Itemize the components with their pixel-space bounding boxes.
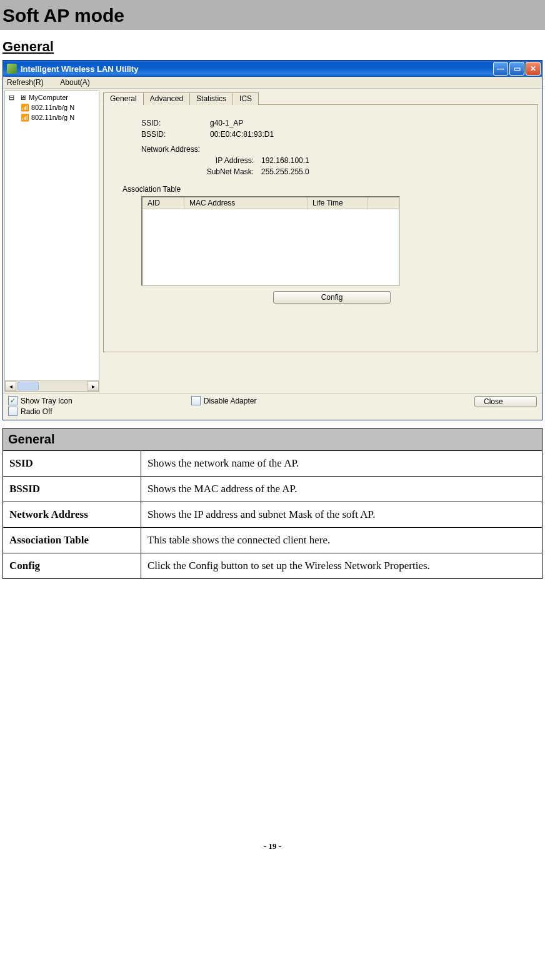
page-banner: Soft AP mode bbox=[0, 0, 545, 30]
tab-advanced[interactable]: Advanced bbox=[143, 92, 190, 105]
tree-item[interactable]: 📶 802.11n/b/g N bbox=[6, 102, 98, 112]
table-row: ConfigClick the Config button to set up … bbox=[3, 553, 542, 579]
description-table: General SSIDShows the network name of th… bbox=[2, 428, 542, 579]
bssid-label: BSSID: bbox=[141, 130, 210, 139]
table-row: Network AddressShows the IP address and … bbox=[3, 502, 542, 528]
minimize-button[interactable]: — bbox=[493, 62, 508, 76]
mask-label: SubNet Mask: bbox=[166, 167, 261, 176]
bssid-value: 00:E0:4C:81:93:D1 bbox=[210, 130, 274, 139]
tree-pane: ⊟ 🖥 MyComputer 📶 802.11n/b/g N 📶 802.11n… bbox=[4, 91, 99, 392]
desc-header: General bbox=[3, 428, 542, 451]
tab-general[interactable]: General bbox=[103, 92, 144, 105]
show-tray-checkbox[interactable]: ✓ Show Tray Icon bbox=[8, 396, 72, 405]
maximize-button[interactable]: ▭ bbox=[509, 62, 524, 76]
menu-about[interactable]: About(A) bbox=[60, 78, 97, 87]
tab-ics[interactable]: ICS bbox=[232, 92, 259, 105]
close-button[interactable]: Close bbox=[474, 396, 537, 407]
adapter-icon: 📶 bbox=[20, 113, 30, 122]
minus-icon[interactable]: ⊟ bbox=[6, 93, 16, 102]
tree-item[interactable]: 📶 802.11n/b/g N bbox=[6, 112, 98, 122]
ssid-value: g40-1_AP bbox=[210, 119, 243, 127]
scroll-right-icon[interactable]: ▸ bbox=[88, 381, 99, 391]
table-row: BSSIDShows the MAC address of the AP. bbox=[3, 477, 542, 502]
computer-icon: 🖥 bbox=[18, 93, 28, 102]
disable-adapter-checkbox[interactable]: Disable Adapter bbox=[191, 396, 257, 405]
table-row: SSIDShows the network name of the AP. bbox=[3, 451, 542, 477]
page-title: Soft AP mode bbox=[2, 5, 542, 26]
ssid-label: SSID: bbox=[141, 119, 210, 127]
col-mac[interactable]: MAC Address bbox=[184, 197, 308, 209]
assoc-label: Association Table bbox=[122, 185, 522, 194]
horizontal-scrollbar[interactable]: ◂ ▸ bbox=[5, 380, 99, 391]
section-heading: General bbox=[2, 39, 542, 55]
checkbox-icon bbox=[8, 407, 18, 416]
app-window: Intelligent Wireless LAN Utility — ▭ ✕ R… bbox=[2, 60, 542, 420]
adapter-icon: 📶 bbox=[20, 103, 30, 112]
checkbox-icon: ✓ bbox=[8, 396, 18, 405]
ip-value: 192.168.100.1 bbox=[261, 156, 309, 165]
menu-refresh[interactable]: Refresh(R) bbox=[7, 78, 51, 87]
tab-statistics[interactable]: Statistics bbox=[189, 92, 233, 105]
ip-label: IP Address: bbox=[166, 156, 261, 165]
menubar: Refresh(R) About(A) bbox=[3, 77, 542, 89]
tab-body-general: SSID: g40-1_AP BSSID: 00:E0:4C:81:93:D1 … bbox=[103, 105, 538, 352]
association-table[interactable]: AID MAC Address Life Time bbox=[141, 196, 400, 286]
config-button[interactable]: Config bbox=[273, 291, 391, 304]
table-row: Association TableThis table shows the co… bbox=[3, 528, 542, 553]
checkbox-icon bbox=[191, 396, 201, 405]
scroll-thumb[interactable] bbox=[18, 382, 39, 390]
col-aid[interactable]: AID bbox=[142, 197, 184, 209]
col-life[interactable]: Life Time bbox=[308, 197, 368, 209]
bottom-bar: ✓ Show Tray Icon Radio Off Disable Adapt… bbox=[3, 393, 542, 420]
netaddr-label: Network Address: bbox=[141, 145, 200, 154]
app-icon bbox=[7, 64, 17, 74]
radio-off-checkbox[interactable]: Radio Off bbox=[8, 407, 72, 416]
window-close-button[interactable]: ✕ bbox=[526, 62, 541, 76]
tabs: General Advanced Statistics ICS bbox=[103, 92, 538, 105]
titlebar[interactable]: Intelligent Wireless LAN Utility — ▭ ✕ bbox=[3, 61, 542, 77]
mask-value: 255.255.255.0 bbox=[261, 167, 309, 176]
tree-root[interactable]: ⊟ 🖥 MyComputer bbox=[6, 92, 98, 102]
window-title: Intelligent Wireless LAN Utility bbox=[21, 64, 493, 74]
page-number: - 19 - bbox=[0, 841, 545, 858]
scroll-left-icon[interactable]: ◂ bbox=[5, 381, 16, 391]
